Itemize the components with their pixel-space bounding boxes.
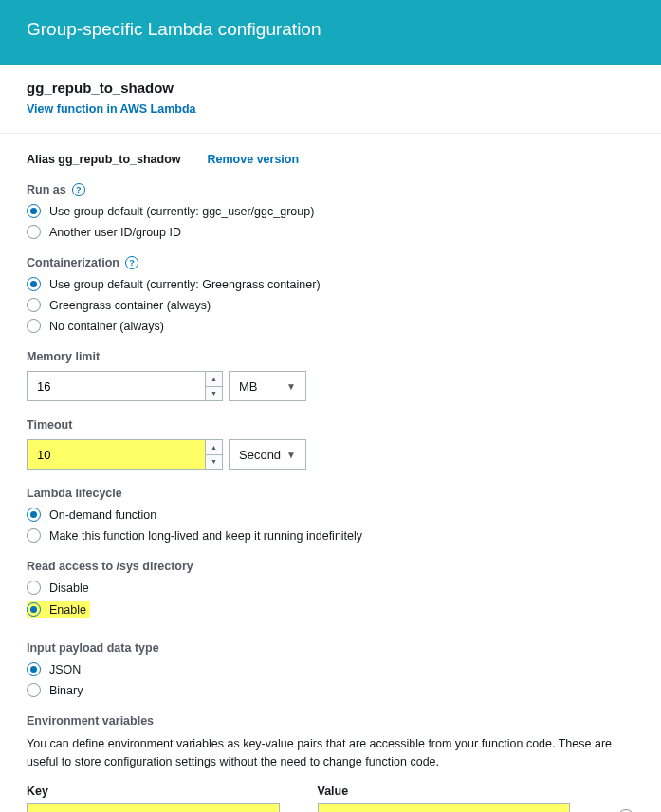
timeout-input[interactable] xyxy=(27,439,223,470)
sys-disable[interactable]: Disable xyxy=(27,581,634,595)
env-description: You can define environment variables as … xyxy=(27,735,634,771)
run-as-default[interactable]: Use group default (currently: ggc_user/g… xyxy=(27,204,634,218)
page-header: Group-specific Lambda configuration xyxy=(0,0,661,65)
radio-icon xyxy=(27,683,41,697)
chevron-down-icon: ▼ xyxy=(286,450,296,460)
env-value-input[interactable] xyxy=(318,803,571,813)
env-key-col: Key xyxy=(27,784,280,813)
lifecycle-group: On-demand function Make this function lo… xyxy=(27,508,634,543)
radio-icon xyxy=(27,319,41,333)
radio-icon xyxy=(27,508,41,522)
timeout-unit-select[interactable]: Second ▼ xyxy=(229,439,306,470)
run-as-group: Use group default (currently: ggc_user/g… xyxy=(27,204,634,239)
function-name: gg_repub_to_shadow xyxy=(27,80,634,96)
radio-icon xyxy=(27,277,41,291)
remove-version-link[interactable]: Remove version xyxy=(208,153,300,166)
spinner-down-icon[interactable]: ▼ xyxy=(206,455,222,470)
container-always[interactable]: Greengrass container (always) xyxy=(27,298,634,312)
payload-group: JSON Binary xyxy=(27,662,634,697)
timeout-row: ▲ ▼ Second ▼ xyxy=(27,439,634,470)
containerization-label: Containerization ? xyxy=(27,256,634,269)
containerization-group: Use group default (currently: Greengrass… xyxy=(27,277,634,333)
spinner-up-icon[interactable]: ▲ xyxy=(206,372,222,387)
radio-icon xyxy=(27,528,41,543)
memory-input[interactable] xyxy=(27,371,223,401)
view-in-lambda-link[interactable]: View function in AWS Lambda xyxy=(27,102,196,116)
payload-label: Input payload data type xyxy=(27,641,634,655)
radio-icon xyxy=(27,204,41,218)
divider xyxy=(0,133,661,134)
run-as-label: Run as ? xyxy=(27,183,634,196)
container-default[interactable]: Use group default (currently: Greengrass… xyxy=(27,277,634,291)
memory-unit-select[interactable]: MB ▼ xyxy=(229,371,306,401)
radio-icon xyxy=(27,602,41,617)
spinner-up-icon[interactable]: ▲ xyxy=(206,440,222,455)
content-area: gg_repub_to_shadow View function in AWS … xyxy=(0,65,661,812)
env-key-label: Key xyxy=(27,784,280,798)
page-title: Group-specific Lambda configuration xyxy=(27,19,634,40)
lifecycle-ondemand[interactable]: On-demand function xyxy=(27,508,634,522)
sys-label: Read access to /sys directory xyxy=(27,560,634,573)
radio-icon xyxy=(27,662,41,676)
env-key-input[interactable] xyxy=(27,803,280,813)
env-label: Environment variables xyxy=(27,714,634,728)
delete-env-button[interactable]: ✕ xyxy=(617,809,634,813)
lifecycle-label: Lambda lifecycle xyxy=(27,487,634,500)
sys-group: Disable Enable xyxy=(27,581,634,624)
alias-label: Alias gg_repub_to_shadow xyxy=(27,153,181,166)
run-as-other[interactable]: Another user ID/group ID xyxy=(27,225,634,239)
env-value-col: Value xyxy=(318,784,571,813)
timeout-input-wrap: ▲ ▼ xyxy=(27,439,223,470)
memory-label: Memory limit xyxy=(27,350,634,363)
env-value-label: Value xyxy=(318,784,571,798)
spinner-down-icon[interactable]: ▼ xyxy=(206,387,222,401)
memory-input-wrap: ▲ ▼ xyxy=(27,371,223,401)
lifecycle-longlived[interactable]: Make this function long-lived and keep i… xyxy=(27,528,634,543)
payload-binary[interactable]: Binary xyxy=(27,683,634,697)
alias-row: Alias gg_repub_to_shadow Remove version xyxy=(27,153,634,166)
radio-icon xyxy=(27,581,41,595)
sys-enable[interactable]: Enable xyxy=(27,601,90,618)
radio-icon xyxy=(27,225,41,239)
radio-icon xyxy=(27,298,41,312)
payload-json[interactable]: JSON xyxy=(27,662,634,676)
container-none[interactable]: No container (always) xyxy=(27,319,634,333)
spinner: ▲ ▼ xyxy=(205,372,222,400)
env-kv-row: Key Value ✕ xyxy=(27,784,634,813)
memory-row: ▲ ▼ MB ▼ xyxy=(27,371,634,401)
chevron-down-icon: ▼ xyxy=(286,381,296,392)
timeout-label: Timeout xyxy=(27,418,634,432)
help-icon[interactable]: ? xyxy=(72,183,85,196)
help-icon[interactable]: ? xyxy=(125,256,138,269)
spinner: ▲ ▼ xyxy=(205,440,222,469)
